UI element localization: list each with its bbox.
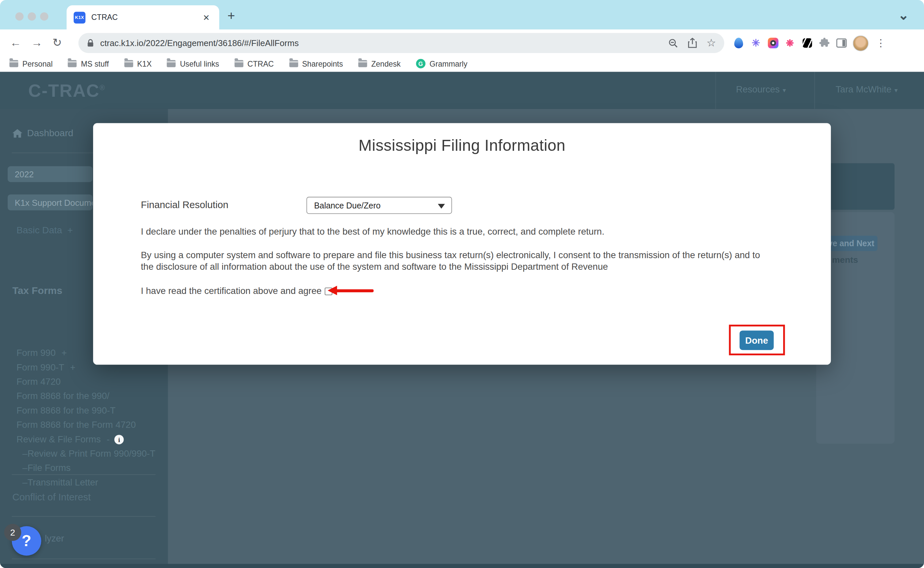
minimize-window-button[interactable]	[28, 12, 36, 21]
bookmark-label: Useful links	[180, 59, 219, 68]
zoom-out-icon[interactable]	[668, 38, 678, 48]
browser-window: K1X CTRAC ✕ + ⌄ ← → ↻ ctrac.k1x.io/2022/…	[0, 0, 924, 568]
tax-form-label: –Review & Print Form 990/990-T	[23, 449, 156, 459]
attachments-label-partial: ments	[832, 254, 858, 264]
header-divider	[814, 72, 815, 109]
help-badge: 2	[4, 524, 21, 541]
back-button[interactable]: ←	[10, 36, 21, 49]
tax-form-label: Form 990	[17, 347, 56, 358]
resources-menu[interactable]: Resources▾	[736, 84, 786, 95]
bookmark-grammarly[interactable]: GGrammarly	[416, 59, 467, 68]
financial-resolution-value: Balance Due/Zero	[314, 201, 381, 210]
folder-icon	[167, 60, 176, 67]
sidebar-item-form-8868-for-the-990[interactable]: Form 8868 for the 990/	[0, 389, 168, 403]
bookmark-label: Grammarly	[430, 59, 467, 68]
financial-resolution-label: Financial Resolution	[141, 199, 228, 210]
bookmark-ms-stuff[interactable]: MS stuff	[68, 59, 109, 68]
declaration-paragraph-1: I declare under the penalties of perjury…	[141, 226, 777, 237]
window-bottom-edge	[0, 564, 924, 568]
agree-label: I have read the certification above and …	[141, 286, 322, 296]
sidebar-item-file-forms[interactable]: –File Forms	[0, 461, 168, 475]
tab-title: CTRAC	[92, 13, 201, 22]
sidebar-item-form-8868-for-the-990-t[interactable]: Form 8868 for the 990-T	[0, 403, 168, 418]
lock-icon	[86, 39, 94, 47]
browser-menu-icon[interactable]: ⋮	[876, 37, 886, 49]
balloon-extension-icon[interactable]	[734, 38, 743, 48]
bookmark-star-icon[interactable]: ☆	[707, 36, 716, 49]
camera-extension-icon[interactable]	[768, 38, 778, 48]
annotation-arrow-shaft	[336, 289, 373, 292]
registered-mark: ®	[100, 83, 106, 92]
info-icon[interactable]: i	[114, 434, 124, 444]
app-header: C-TRAC® Resources▾ Tara McWhite▾	[0, 72, 924, 109]
bookmark-useful-links[interactable]: Useful links	[167, 59, 219, 68]
sidebar-item-analyzer-partial[interactable]: lyzer	[45, 533, 64, 544]
header-divider	[716, 72, 716, 109]
bookmark-label: Personal	[23, 59, 53, 68]
financial-resolution-select[interactable]: Balance Due/Zero	[306, 197, 452, 214]
tax-form-label: Form 8868 for the 990/	[17, 391, 109, 401]
bookmark-label: Zendesk	[371, 59, 401, 68]
browser-toolbar: ← → ↻ ctrac.k1x.io/2022/Engagement/36186…	[0, 30, 924, 56]
sidebar-item-dashboard[interactable]: Dashboard	[12, 128, 73, 139]
browser-tab[interactable]: K1X CTRAC ✕	[66, 5, 219, 30]
sidebar-item-review-file-forms[interactable]: Review & File Forms-i	[0, 432, 168, 446]
grammarly-icon: G	[416, 59, 425, 68]
select-caret-icon	[438, 204, 445, 208]
modal-title: Mississippi Filing Information	[93, 137, 831, 155]
stripes-extension-icon[interactable]	[802, 38, 812, 48]
sidebar-item-conflict-of-interest[interactable]: Conflict of Interest	[12, 491, 91, 503]
puzzle-extensions-icon[interactable]	[818, 38, 830, 49]
bookmark-sharepoints[interactable]: Sharepoints	[289, 59, 343, 68]
annotation-rectangle	[729, 325, 785, 355]
folder-icon	[9, 60, 18, 67]
asterisk-extension-icon[interactable]: ✳	[750, 38, 761, 49]
share-icon[interactable]	[688, 38, 697, 48]
expand-plus-icon[interactable]: +	[67, 225, 73, 235]
forward-button[interactable]: →	[31, 36, 42, 49]
sidebar-item-form-8868-for-the-form-4720[interactable]: Form 8868 for the Form 4720	[0, 418, 168, 432]
tax-form-label: Form 990-T	[17, 362, 64, 373]
bookmark-label: Sharepoints	[302, 59, 343, 68]
expand-toggle-icon[interactable]: +	[70, 362, 75, 373]
declaration-paragraph-2: By using a computer system and software …	[141, 249, 764, 273]
extensions-row: ✳ ❋ ⋮	[733, 32, 886, 54]
side-panel-icon[interactable]	[835, 38, 847, 49]
sidebar-item-transmittal-letter[interactable]: –Transmittal Letter	[0, 475, 168, 489]
bookmark-personal[interactable]: Personal	[9, 59, 52, 68]
new-tab-button[interactable]: +	[227, 8, 235, 24]
sidebar-divider	[12, 559, 156, 559]
profile-avatar[interactable]	[853, 35, 869, 51]
content-dark-panel	[829, 163, 894, 210]
sidebar-item-form-4720[interactable]: Form 4720	[0, 375, 168, 389]
bookmark-k1x[interactable]: K1X	[124, 59, 152, 68]
flower-extension-icon[interactable]: ❋	[785, 38, 796, 49]
expand-toggle-icon[interactable]: +	[62, 347, 67, 358]
tax-form-label: –Transmittal Letter	[23, 477, 98, 488]
maximize-window-button[interactable]	[40, 12, 48, 21]
folder-icon	[234, 60, 243, 67]
close-tab-icon[interactable]: ✕	[201, 12, 212, 24]
folder-icon	[289, 60, 298, 67]
bookmark-label: K1X	[137, 59, 152, 68]
tab-search-chevron-icon[interactable]: ⌄	[898, 8, 909, 23]
tax-form-label: Form 8868 for the Form 4720	[17, 420, 136, 430]
close-window-button[interactable]	[15, 12, 24, 21]
sidebar-divider	[12, 516, 156, 517]
bookmarks-bar: PersonalMS stuffK1XUseful linksCTRACShar…	[0, 56, 924, 72]
address-bar[interactable]: ctrac.k1x.io/2022/Engagement/36186/#/Fil…	[78, 33, 724, 53]
tax-form-label: Form 8868 for the 990-T	[17, 405, 116, 416]
support-documentation-button[interactable]: K1x Support Documenta	[8, 195, 92, 210]
bookmark-zendesk[interactable]: Zendesk	[358, 59, 401, 68]
url-text[interactable]: ctrac.k1x.io/2022/Engagement/36186/#/Fil…	[100, 38, 663, 48]
bookmark-ctrac[interactable]: CTRAC	[234, 59, 274, 68]
bookmark-label: CTRAC	[247, 59, 274, 68]
folder-icon	[68, 60, 77, 67]
sidebar-item-basic-data[interactable]: Basic Data +	[17, 225, 73, 236]
expand-toggle-icon[interactable]: -	[107, 434, 110, 445]
sidebar-item-review-print-form-990-990-t[interactable]: –Review & Print Form 990/990-T	[0, 446, 168, 461]
reload-button[interactable]: ↻	[52, 36, 62, 49]
year-select[interactable]: 2022	[8, 166, 92, 182]
chevron-down-icon: ▾	[782, 86, 786, 94]
user-menu[interactable]: Tara McWhite▾	[835, 84, 897, 95]
